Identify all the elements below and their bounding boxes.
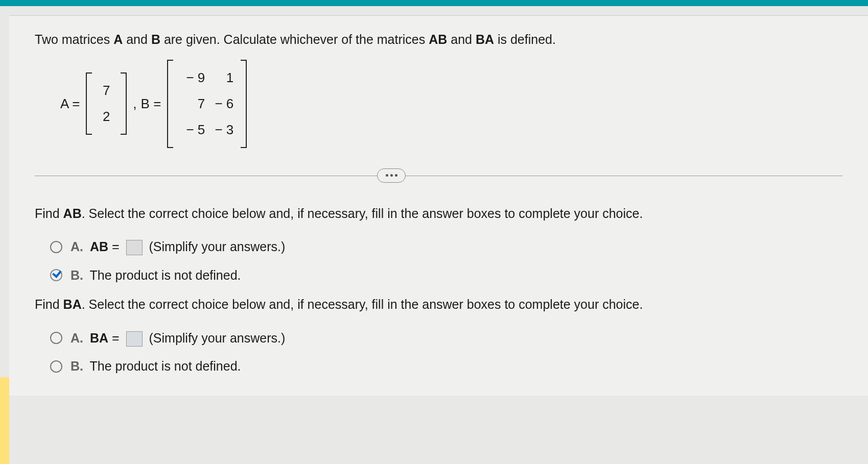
q-mid2: are given. Calculate whichever of the ma… [160,32,429,46]
ab-prod: AB [63,206,82,221]
choice-text: The product is not defined. [90,359,241,373]
bracket-left-icon [86,72,92,135]
radio-button[interactable] [50,360,62,373]
choice-letter: A. [71,331,83,345]
expand-button[interactable] [377,168,406,183]
dot-icon [395,174,397,177]
highlight-strip [0,377,9,464]
bracket-right-icon [121,72,127,135]
matrix-b-cell: 7 [178,91,207,117]
q-prod-ba: BA [476,32,494,46]
ba-prefix: Find [35,297,63,311]
divider [35,168,842,184]
part-ab-prompt: Find AB. Select the correct choice below… [35,204,842,224]
q-mid1: and [123,32,151,46]
matrix-definitions: A = 7 2 , B = − 91 7− 6 − 5− 3 [60,60,842,148]
choice-ab-a[interactable]: A. AB = (Simplify your answers.) [50,237,842,257]
part-ab-choices: A. AB = (Simplify your answers.) B. The … [50,237,842,285]
choice-hint: (Simplify your answers.) [149,331,286,345]
ab-suffix: . Select the correct choice below and, i… [82,206,643,221]
q-prod-ab: AB [429,32,447,46]
matrix-b-cell: − 3 [207,117,236,143]
matrix-b-cell: − 5 [178,117,207,143]
matrix-a: 7 2 [86,72,127,135]
q-prefix: Two matrices [35,32,113,46]
choice-eq: = [108,239,123,254]
comma: , [133,94,136,114]
divider-line [35,176,842,176]
matrix-a-label: A = [60,94,80,114]
choice-text: The product is not defined. [90,268,241,282]
choice-var: AB [90,239,108,254]
choice-ab-b[interactable]: B. The product is not defined. [50,266,842,285]
choice-letter: A. [71,239,83,254]
bracket-right-icon [241,60,247,148]
matrix-b-cell: − 9 [178,65,207,91]
matrix-b: − 91 7− 6 − 5− 3 [167,60,247,148]
answer-input[interactable] [126,331,143,347]
answer-input[interactable] [126,240,143,255]
choice-ba-b[interactable]: B. The product is not defined. [50,357,842,376]
radio-button[interactable] [50,241,62,253]
bracket-left-icon [167,60,173,148]
q-mid3: and [447,32,476,46]
dot-icon [386,174,388,177]
choice-eq: = [108,331,123,345]
top-accent-bar [0,0,868,6]
part-ba-prompt: Find BA. Select the correct choice below… [35,295,842,314]
dot-icon [390,174,393,177]
matrix-a-cell: 7 [97,78,115,104]
matrix-b-label: B = [141,94,161,114]
question-panel: Two matrices A and B are given. Calculat… [9,15,868,396]
part-ba-choices: A. BA = (Simplify your answers.) B. The … [50,329,842,376]
q-matrix-a: A [113,32,123,46]
q-matrix-b: B [151,32,160,46]
matrix-b-cell: − 6 [207,91,236,117]
choice-var: BA [90,331,108,345]
q-suffix: is defined. [494,32,556,46]
matrix-b-cell: 1 [207,65,236,91]
choice-letter: B. [71,268,83,282]
choice-ba-a[interactable]: A. BA = (Simplify your answers.) [50,329,842,348]
matrix-a-cell: 2 [97,104,115,130]
ab-prefix: Find [35,206,63,221]
ba-prod: BA [63,297,82,311]
ba-suffix: . Select the correct choice below and, i… [82,297,643,311]
question-text: Two matrices A and B are given. Calculat… [35,30,842,50]
radio-button[interactable] [50,332,62,344]
choice-letter: B. [71,359,83,373]
radio-button-checked[interactable] [50,269,62,281]
choice-hint: (Simplify your answers.) [149,239,286,254]
